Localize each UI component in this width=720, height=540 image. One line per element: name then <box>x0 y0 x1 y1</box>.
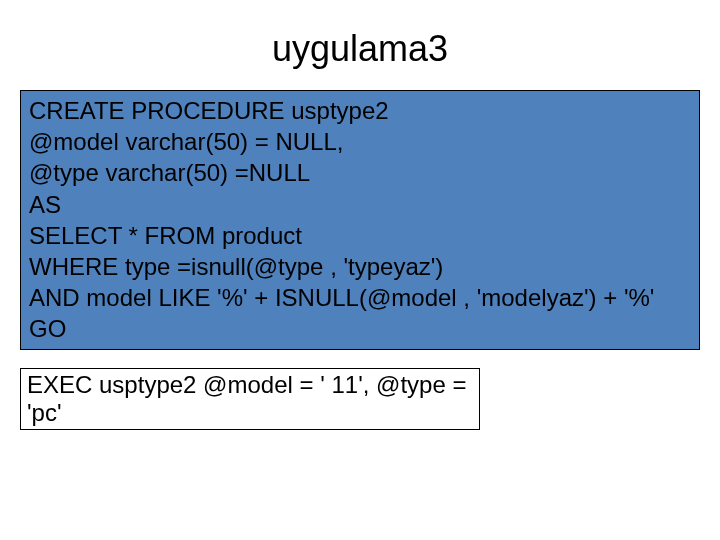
code-line: @type varchar(50) =NULL <box>29 157 691 188</box>
exec-block: EXEC usptype2 @model = ' 11', @type = 'p… <box>20 368 480 430</box>
code-line: AS <box>29 189 691 220</box>
code-line: SELECT * FROM product <box>29 220 691 251</box>
slide-title: uygulama3 <box>0 0 720 90</box>
code-line: CREATE PROCEDURE usptype2 <box>29 95 691 126</box>
code-line: WHERE type =isnull(@type , 'typeyaz') <box>29 251 691 282</box>
code-line: @model varchar(50) = NULL, <box>29 126 691 157</box>
code-line: AND model LIKE '%' + ISNULL(@model , 'mo… <box>29 282 691 313</box>
code-block: CREATE PROCEDURE usptype2 @model varchar… <box>20 90 700 350</box>
code-line: GO <box>29 313 691 344</box>
